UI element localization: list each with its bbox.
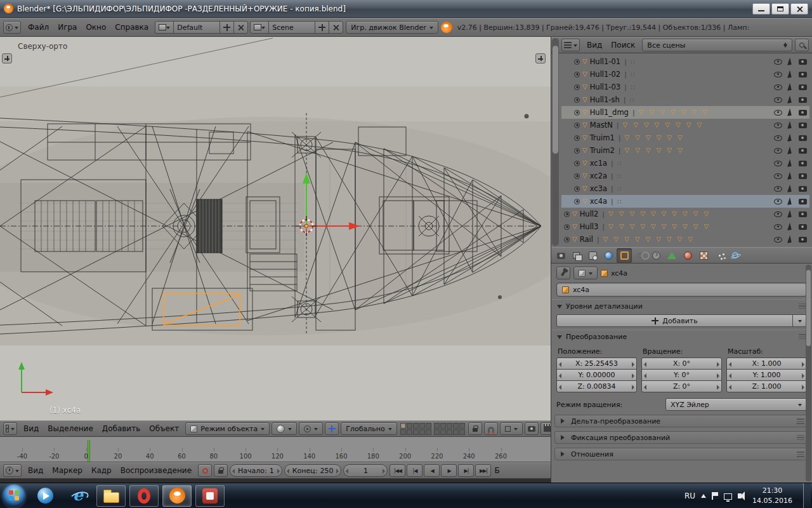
outliner-item-hull1-sh[interactable]: ▽Hull1-sh|∷ (561, 93, 809, 106)
timeline-menu-вид[interactable]: Вид (23, 465, 48, 476)
taskbar-app-video-app[interactable] (195, 485, 225, 507)
expand-toggle-icon[interactable] (574, 84, 580, 90)
manipulator-toggle-button[interactable] (325, 422, 339, 435)
timeline-menu-воспроизведение[interactable]: Воспроизведение (116, 465, 196, 476)
add-lod-dropdown[interactable] (793, 314, 807, 327)
jump-to-end-button[interactable]: ▶▶| (475, 464, 491, 477)
volume-icon[interactable] (738, 493, 742, 498)
editor-type-button-outliner[interactable] (561, 39, 580, 51)
layer-toggle[interactable] (419, 423, 425, 429)
toggle-renderability-icon[interactable] (799, 161, 807, 166)
decrement-icon[interactable] (729, 385, 731, 390)
layer-toggle[interactable] (434, 429, 440, 435)
properties-tab-particles[interactable] (712, 248, 727, 263)
object-name[interactable]: Hull1-sh (590, 95, 620, 104)
panel-menu-icon[interactable] (797, 418, 804, 424)
editor-type-button-timeline[interactable] (3, 464, 22, 477)
toggle-visibility-icon[interactable] (774, 161, 782, 166)
decrement-icon[interactable] (644, 362, 646, 367)
toggle-selectability-icon[interactable] (787, 184, 794, 193)
toggle-visibility-icon[interactable] (774, 186, 782, 192)
object-name[interactable]: xc1a (590, 159, 607, 168)
decrement-icon[interactable] (346, 469, 348, 474)
panel-menu-icon[interactable] (797, 435, 804, 441)
panel-collapsed-1[interactable]: Фиксация преобразований (554, 431, 809, 444)
panel-lod-header[interactable]: Уровни детализации (551, 299, 812, 313)
context-browse-select[interactable] (573, 267, 598, 279)
properties-tab-world[interactable] (601, 248, 616, 263)
start-button[interactable] (3, 485, 25, 507)
outliner-menu-вид[interactable]: Вид (582, 39, 606, 51)
increment-icon[interactable] (336, 469, 339, 474)
expand-sidebar-button[interactable] (535, 53, 546, 64)
layer-toggle[interactable] (453, 423, 459, 429)
outliner-item-xc2a[interactable]: ▽xc2a|∷ (561, 170, 809, 182)
layout-browse-button[interactable] (155, 21, 174, 34)
increment-icon[interactable] (632, 373, 634, 378)
properties-tab-physics[interactable] (728, 248, 743, 263)
scale-x-field[interactable]: X: 1.000 (726, 358, 807, 370)
toggle-selectability-icon[interactable] (787, 222, 794, 231)
decrement-icon[interactable] (559, 385, 561, 390)
jump-next-keyframe-button[interactable]: ▶| (458, 464, 474, 477)
increment-icon[interactable] (802, 385, 804, 390)
taskbar-app-opera[interactable] (129, 485, 159, 507)
pin-id-button[interactable] (556, 267, 570, 279)
timeline-menu-маркер[interactable]: Маркер (48, 465, 87, 476)
taskbar-app-explorer[interactable] (96, 485, 126, 507)
show-hidden-icons-button[interactable] (701, 491, 706, 498)
outliner-item-truim1[interactable]: ▽Truim1|▽▽▽▽▽▽ (561, 131, 809, 144)
toggle-visibility-icon[interactable] (774, 84, 782, 90)
object-name[interactable]: xc3a (590, 184, 607, 193)
scene-browse-button[interactable] (250, 21, 269, 34)
outliner-item-mastn[interactable]: ▽MastN|▽▽▽▽▽▽▽▽ (561, 119, 809, 131)
toggle-renderability-icon[interactable] (799, 211, 807, 217)
object-name[interactable]: Truim2 (590, 146, 615, 155)
expand-toggle-icon[interactable] (574, 72, 580, 77)
toggle-selectability-icon[interactable] (787, 197, 794, 206)
outliner-item-rail[interactable]: ▽Rail|▽▽▽▽▽▽▽▽▽ (561, 233, 809, 246)
outliner-item-hull1-01[interactable]: ▽Hull1-01|∷ (561, 55, 809, 68)
object-name[interactable]: MastN (590, 121, 613, 130)
object-name[interactable]: Truim1 (590, 133, 615, 142)
toggle-visibility-icon[interactable] (774, 211, 782, 217)
toggle-renderability-icon[interactable] (799, 173, 807, 179)
expand-toggle-icon[interactable] (574, 199, 580, 204)
taskbar-app-media-player[interactable] (30, 485, 60, 507)
toggle-selectability-icon[interactable] (787, 146, 794, 155)
outliner-item-hull1-03[interactable]: ▽Hull1-03|∷ (561, 81, 809, 93)
location-x-field[interactable]: X: 25.25453 (556, 358, 637, 370)
scrollbar-handle[interactable] (553, 46, 558, 154)
toggle-renderability-icon[interactable] (799, 237, 807, 243)
viewport-3d[interactable]: Сверху-орто (1) xc4a (0, 37, 551, 420)
timeline-menu-кадр[interactable]: Кадр (87, 465, 116, 476)
outliner-item-truim2[interactable]: ▽Truim2|▽▽▽▽▽▽ (561, 144, 809, 157)
scrollbar-handle[interactable] (806, 270, 811, 346)
toggle-visibility-icon[interactable] (774, 110, 782, 116)
object-name[interactable]: Hull1-02 (590, 70, 620, 79)
maximize-button[interactable] (771, 3, 789, 15)
end-frame-field[interactable]: Конец:250 (284, 464, 342, 477)
object-name[interactable]: Hull1_dmg (590, 108, 629, 117)
decrement-icon[interactable] (559, 373, 561, 378)
toggle-renderability-icon[interactable] (799, 59, 807, 65)
layer-toggle[interactable] (400, 423, 406, 429)
toggle-selectability-icon[interactable] (787, 133, 794, 142)
decrement-icon[interactable] (729, 373, 731, 378)
start-frame-field[interactable]: Начало:1 (230, 464, 282, 477)
scale-y-field[interactable]: Y: 1.000 (726, 369, 807, 381)
properties-tab-constraints[interactable] (632, 248, 648, 263)
location-y-field[interactable]: Y: 0.00000 (556, 369, 637, 381)
network-icon[interactable] (724, 493, 732, 500)
layout-name-field[interactable]: Default (173, 21, 220, 34)
object-name[interactable]: xc2a (590, 171, 607, 180)
jump-prev-keyframe-button[interactable]: |◀ (407, 464, 422, 477)
info-menu-справка[interactable]: Справка (110, 22, 153, 33)
properties-tab-scene[interactable] (585, 248, 600, 263)
expand-toggle-icon[interactable] (564, 211, 570, 217)
object-name[interactable]: xc4a (590, 197, 607, 206)
layer-toggle[interactable] (440, 429, 446, 435)
expand-toggle-icon[interactable] (564, 237, 570, 243)
view3d-menu-добавить[interactable]: Добавить (98, 423, 145, 434)
layer-toggle[interactable] (459, 423, 465, 429)
